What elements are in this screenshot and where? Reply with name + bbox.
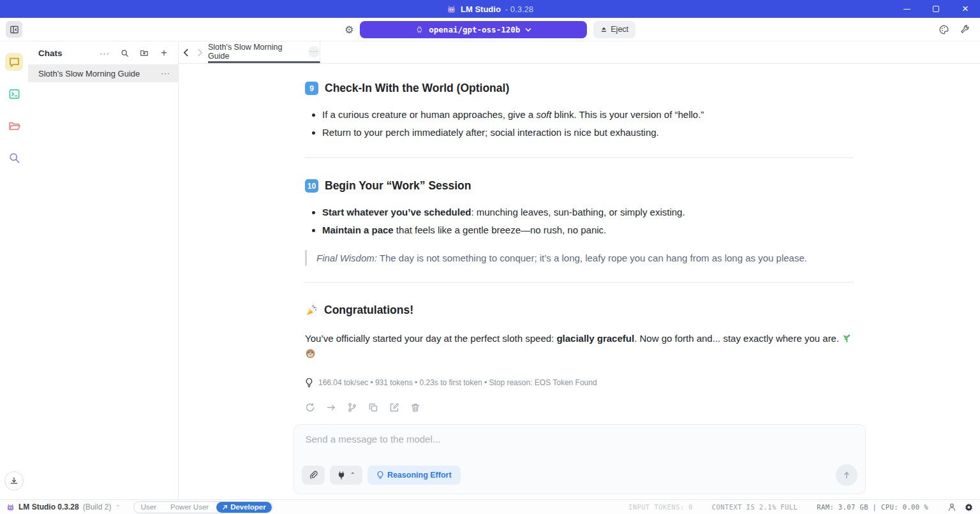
lightbulb-icon (376, 471, 384, 480)
chevron-down-icon (525, 27, 531, 32)
arrow-up-icon (842, 471, 851, 480)
eject-label: Eject (611, 25, 628, 34)
user-profile-icon[interactable] (947, 503, 956, 511)
search-icon (121, 49, 129, 57)
sloth-emoji (305, 348, 316, 359)
bullet-list: Start whatever you’ve scheduled: munchin… (305, 203, 854, 239)
chat-list-item[interactable]: Sloth's Slow Morning Guide ··· (28, 64, 178, 82)
lmstudio-logo-icon (447, 4, 456, 14)
terminal-icon (8, 88, 20, 100)
model-name: openai/gpt-oss-120b (429, 25, 520, 34)
folder-plus-icon (140, 48, 149, 57)
chats-panel-title: Chats (38, 48, 63, 58)
chevron-left-icon (183, 48, 189, 57)
wrench-icon[interactable] (960, 24, 970, 34)
nav-my-models-button[interactable] (5, 117, 23, 135)
herb-emoji (842, 333, 852, 344)
minimize-button[interactable] (892, 0, 921, 18)
chat-item-label: Sloth's Slow Morning Guide (38, 69, 140, 78)
collapse-sidebar-button[interactable] (6, 21, 22, 38)
tab-label: Sloth's Slow Morning Guide (208, 43, 304, 61)
panel-collapse-icon (10, 25, 19, 34)
left-icon-rail (0, 41, 28, 499)
context-usage-readout: CONTEXT IS 2.1% FULL (712, 503, 798, 511)
lightbulb-icon (305, 378, 313, 388)
user-mode-switch: User Power User Developer (133, 501, 273, 513)
keycap-10-emoji: 10 (305, 179, 318, 193)
model-settings-gear-icon[interactable]: ⚙ (345, 24, 353, 36)
continue-button[interactable] (326, 402, 336, 413)
blockquote-final-wisdom: Final Wisdom: The day is not something t… (305, 250, 854, 266)
status-bar: LM Studio 0.3.28 (Build 2) ⌃ User Power … (0, 499, 980, 514)
regenerate-button[interactable] (305, 402, 315, 413)
eject-model-button[interactable]: Eject (593, 21, 635, 38)
title-bar: LM Studio - 0.3.28 × (0, 0, 980, 18)
generation-stats: 166.04 tok/sec • 931 tokens • 0.23s to f… (305, 378, 854, 388)
send-message-button[interactable] (836, 464, 858, 486)
theme-palette-icon[interactable] (939, 24, 949, 35)
chevron-right-icon (197, 48, 203, 57)
eject-icon (600, 26, 607, 33)
model-selector-button[interactable]: openai/gpt-oss-120b (360, 21, 587, 38)
mode-developer[interactable]: Developer (216, 502, 272, 513)
bullet-item: If a curious creature or human approache… (322, 106, 854, 124)
ram-cpu-readout: RAM: 3.07 GB | CPU: 0.00 % (817, 503, 928, 511)
maximize-button[interactable] (921, 0, 951, 18)
chevron-up-icon: ⌃ (115, 504, 120, 511)
section-heading-9: 9 Check-In With the World (Optional) (305, 82, 854, 95)
app-version: - 0.3.28 (505, 4, 533, 14)
copy-button[interactable] (368, 402, 378, 413)
folder-icon (8, 120, 20, 132)
nav-forward-button[interactable] (193, 41, 207, 63)
tab-menu-button[interactable]: ··· (308, 46, 320, 57)
delete-button[interactable] (410, 402, 420, 413)
search-icon (8, 152, 20, 164)
settings-gear-icon[interactable] (964, 503, 974, 512)
party-popper-emoji (305, 304, 318, 317)
plugins-button[interactable]: ⌃ (330, 466, 362, 485)
divider (305, 282, 854, 283)
window-title: LM Studio - 0.3.28 (447, 4, 533, 14)
chats-panel: Chats ··· + Sloth's Slow Morning Guide ·… (28, 41, 179, 499)
mode-power-user[interactable]: Power User (164, 503, 215, 512)
mode-user[interactable]: User (135, 503, 163, 512)
paperclip-icon (309, 471, 318, 480)
message-actions (305, 402, 854, 413)
divider (305, 158, 854, 158)
nav-back-button[interactable] (179, 41, 193, 63)
nav-developer-button[interactable] (5, 85, 23, 103)
bullet-item: Maintain a pace that feels like a gentle… (322, 221, 854, 239)
close-button[interactable]: × (951, 0, 980, 18)
new-chat-button[interactable]: + (156, 46, 172, 60)
message-input[interactable] (302, 431, 858, 464)
attach-file-button[interactable] (302, 466, 325, 485)
chats-more-button[interactable]: ··· (97, 46, 112, 60)
statusbar-build: (Build 2) (83, 503, 112, 511)
congrats-paragraph: You’ve officially started your day at th… (305, 331, 854, 362)
branch-button[interactable] (347, 402, 357, 413)
stats-text: 166.04 tok/sec • 931 tokens • 0.23s to f… (318, 378, 597, 387)
nav-chat-button[interactable] (5, 53, 23, 71)
downloads-button[interactable] (4, 471, 24, 490)
download-icon (10, 476, 19, 485)
reasoning-effort-button[interactable]: Reasoning Effort (368, 466, 461, 485)
chip-icon (415, 26, 424, 34)
chat-transcript[interactable]: 9 Check-In With the World (Optional) If … (179, 64, 980, 424)
bullet-list: If a curious creature or human approache… (305, 106, 854, 142)
message-composer: ⌃ Reasoning Effort (293, 424, 866, 494)
statusbar-app-version[interactable]: LM Studio 0.3.28 (19, 503, 79, 511)
tab-active-chat[interactable]: Sloth's Slow Morning Guide ··· (208, 41, 320, 63)
chat-item-menu-button[interactable]: ··· (161, 69, 170, 78)
input-tokens-readout: INPUT TOKENS: 0 (628, 503, 693, 511)
arrow-up-right-icon (222, 504, 228, 510)
nav-discover-button[interactable] (5, 149, 23, 166)
plug-icon (337, 471, 346, 480)
chats-search-button[interactable] (117, 46, 132, 60)
window-controls: × (892, 0, 980, 18)
top-toolbar: ⚙ openai/gpt-oss-120b Eject (0, 18, 980, 41)
bullet-item: Start whatever you’ve scheduled: munchin… (322, 203, 854, 221)
edit-button[interactable] (389, 402, 399, 413)
new-folder-button[interactable] (137, 46, 152, 60)
bullet-item: Return to your perch immediately after; … (322, 124, 854, 142)
keycap-9-emoji: 9 (305, 82, 318, 95)
